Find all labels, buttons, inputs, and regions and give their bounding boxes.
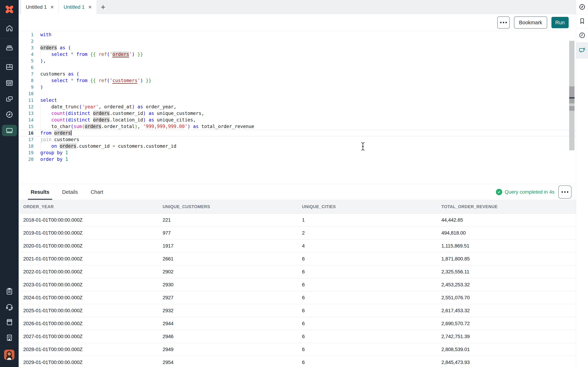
table-cell: 2022-01-01T00:00:00.000Z <box>19 269 158 275</box>
table-cell: 6 <box>297 308 437 313</box>
left-sidebar <box>0 0 19 367</box>
code-line-1: 1with <box>19 31 576 38</box>
table-cell: 6 <box>297 359 437 365</box>
editor-tabbar: Untitled 1✕Untitled 1✕ + <box>19 0 576 14</box>
column-header[interactable]: TOTAL_ORDER_REVENUE <box>437 204 576 209</box>
table-header-row: ORDER_YEARUNIQUE_CUSTOMERSUNIQUE_CITIEST… <box>19 200 576 214</box>
sidebar-item-dashboard[interactable] <box>0 61 19 73</box>
table-cell: 2,690,570.72 <box>437 321 576 326</box>
table-cell: 494,818.00 <box>437 230 576 236</box>
editor-tab-1[interactable]: Untitled 1✕ <box>21 0 59 14</box>
results-more-options-button[interactable] <box>558 185 571 199</box>
table-cell: 2026-01-01T00:00:00.000Z <box>19 321 158 326</box>
compass-icon <box>5 110 14 119</box>
table-row[interactable]: 2022-01-01T00:00:00.000Z290262,325,556.1… <box>19 265 576 278</box>
column-header[interactable]: UNIQUE_CITIES <box>297 204 437 209</box>
indent-guide <box>40 110 51 117</box>
table-row[interactable]: 2025-01-01T00:00:00.000Z293262,617,453.3… <box>19 304 576 317</box>
run-button[interactable]: Run <box>551 17 569 28</box>
line-number: 15 <box>19 123 34 130</box>
code-editor[interactable]: 1with23orders as (4select * from {{ ref(… <box>19 31 576 184</box>
avatar-person-icon <box>4 350 14 360</box>
table-cell: 2 <box>297 230 437 236</box>
sidebar-item-building[interactable] <box>0 332 19 344</box>
table-row[interactable]: 2028-01-01T00:00:00.000Z294962,808,539.0… <box>19 343 576 356</box>
sidebar-item-inbox[interactable] <box>0 42 19 53</box>
table-cell: 977 <box>158 230 297 236</box>
sidebar-item-code-window[interactable] <box>0 77 19 89</box>
line-number: 4 <box>19 51 34 58</box>
code-window-icon <box>5 79 14 87</box>
table-cell: 1917 <box>158 243 297 249</box>
sidebar-item-book[interactable] <box>0 316 19 328</box>
table-cell: 2944 <box>158 321 297 326</box>
right-sidebar-item-clock[interactable] <box>576 30 588 41</box>
right-sidebar-item-compass[interactable] <box>576 2 588 12</box>
close-icon[interactable]: ✕ <box>88 5 92 10</box>
book-icon <box>5 318 14 326</box>
sidebar-item-terminal[interactable] <box>0 125 19 136</box>
app-logo[interactable] <box>0 0 19 19</box>
table-cell: 44,442.65 <box>437 217 576 223</box>
editor-tab-2[interactable]: Untitled 1✕ <box>59 0 97 14</box>
table-cell: 6 <box>297 295 437 300</box>
table-cell: 2949 <box>158 347 297 352</box>
tab-chart[interactable]: Chart <box>89 184 104 200</box>
table-cell: 6 <box>297 347 437 352</box>
ellipsis-icon <box>562 191 568 193</box>
table-cell: 2028-01-01T00:00:00.000Z <box>19 347 158 352</box>
close-icon[interactable]: ✕ <box>50 5 54 10</box>
table-row[interactable]: 2024-01-01T00:00:00.000Z292762,551,076.7… <box>19 291 576 304</box>
indent-guide <box>40 104 51 110</box>
table-cell: 2018-01-01T00:00:00.000Z <box>19 217 158 223</box>
indent-guide <box>40 51 51 58</box>
line-number: 16 <box>19 130 34 136</box>
table-cell: 6 <box>297 269 437 275</box>
sidebar-item-headset[interactable] <box>0 301 19 313</box>
table-cell: 2927 <box>158 295 297 300</box>
table-row[interactable]: 2023-01-01T00:00:00.000Z293062,453,253.3… <box>19 278 576 291</box>
table-cell: 2,808,539.01 <box>437 347 576 352</box>
new-tab-button[interactable]: + <box>97 0 109 14</box>
line-number: 17 <box>19 136 34 143</box>
bookmark-icon <box>579 17 586 25</box>
divider <box>576 28 588 28</box>
sidebar-item-home[interactable] <box>0 23 19 34</box>
editor-scrollbar-thumb[interactable] <box>569 86 574 103</box>
code-line-20: 20order by 1 <box>19 156 576 163</box>
indent-guide <box>40 77 51 84</box>
column-header[interactable]: ORDER_YEAR <box>19 204 158 209</box>
table-cell: 2932 <box>158 308 297 313</box>
more-options-button[interactable] <box>497 17 510 29</box>
sidebar-item-windows[interactable] <box>0 93 19 105</box>
sidebar-item-compass[interactable] <box>0 109 19 120</box>
table-row[interactable]: 2018-01-01T00:00:00.000Z221144,442.65 <box>19 214 576 226</box>
sidebar-item-clipboard[interactable] <box>0 285 19 297</box>
right-sidebar-item-bookmark[interactable] <box>576 16 588 26</box>
editor-toolbar: Bookmark Run <box>19 14 572 31</box>
column-header[interactable]: UNIQUE_CUSTOMERS <box>158 204 297 209</box>
bookmark-button[interactable]: Bookmark <box>514 17 547 29</box>
clock-icon <box>579 32 586 39</box>
terminal-icon <box>5 126 14 134</box>
right-sidebar <box>576 0 588 367</box>
table-row[interactable]: 2021-01-01T00:00:00.000Z266161,871,800.8… <box>19 252 576 265</box>
line-number: 20 <box>19 156 34 163</box>
code-line-10: 10 <box>19 91 576 97</box>
table-cell: 2,742,751.39 <box>437 334 576 339</box>
tab-details[interactable]: Details <box>61 184 79 200</box>
code-line-13: 13count(distinct orders.customer_id) as … <box>19 110 576 117</box>
table-row[interactable]: 2029-01-01T00:00:00.000Z295462,845,473.9… <box>19 356 576 367</box>
success-check-icon <box>496 189 502 195</box>
table-cell: 1,871,800.85 <box>437 256 576 262</box>
right-sidebar-item-ai-chat[interactable] <box>576 45 588 56</box>
table-row[interactable]: 2027-01-01T00:00:00.000Z294662,742,751.3… <box>19 330 576 343</box>
table-row[interactable]: 2026-01-01T00:00:00.000Z294462,690,570.7… <box>19 317 576 330</box>
user-avatar[interactable] <box>4 350 14 360</box>
table-row[interactable]: 2020-01-01T00:00:00.000Z191741,115,869.5… <box>19 240 576 252</box>
divider <box>0 58 19 58</box>
table-row[interactable]: 2019-01-01T00:00:00.000Z9772494,818.00 <box>19 226 576 240</box>
results-header: ResultsDetailsChart Query completed in 4… <box>19 184 576 200</box>
code-line-11: 11select <box>19 97 576 104</box>
tab-results[interactable]: Results <box>29 184 51 200</box>
